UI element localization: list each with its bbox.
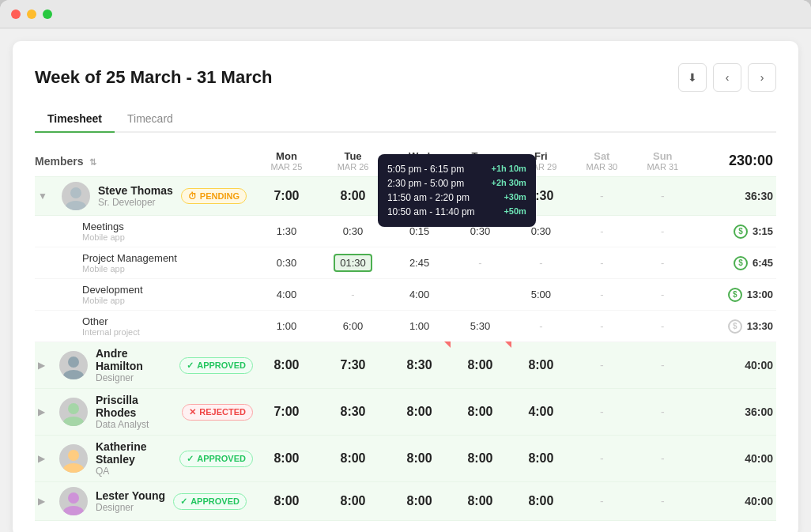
lester-tue28[interactable]: 8:00 bbox=[450, 482, 511, 521]
svg-point-2 bbox=[68, 357, 79, 368]
andre-wed[interactable]: 8:30 bbox=[389, 342, 450, 389]
member-role-steve: Sr. Developer bbox=[98, 197, 173, 208]
table-body: ▼ Steve Thomas Sr. Developer ⏱ PENDING bbox=[35, 177, 776, 521]
status-badge-priscilla: ✕ REJECTED bbox=[182, 404, 253, 421]
katherine-wed[interactable]: 8:00 bbox=[389, 436, 450, 482]
pm-fri[interactable]: - bbox=[511, 247, 571, 279]
member-role-priscilla: Data Analyst bbox=[96, 419, 174, 430]
status-badge-andre: ✓ APPROVED bbox=[179, 357, 253, 374]
member-text-andre: Andre Hamilton Designer bbox=[96, 347, 172, 383]
timesheet-table: Members ⇅ Mon MAR 25 Tue MAR 26 Wed MAR … bbox=[35, 145, 776, 521]
member-row-katherine: ▶ Katherine Stanley QA ✓ APPROVED bbox=[35, 436, 776, 482]
katherine-sat[interactable]: - bbox=[571, 436, 632, 482]
meetings-sat[interactable]: - bbox=[571, 216, 632, 247]
member-cell-andre: ▶ Andre Hamilton Designer ✓ APPROVED bbox=[35, 342, 256, 389]
members-column-header: Members ⇅ bbox=[35, 145, 256, 177]
priscilla-tue26[interactable]: 8:30 bbox=[317, 389, 389, 436]
header-actions: ⬇ ‹ › bbox=[678, 63, 776, 92]
pm-mon[interactable]: 0:30 bbox=[256, 247, 317, 279]
katherine-sun[interactable]: - bbox=[632, 436, 693, 482]
pm-tue26-selected[interactable]: 01:30 bbox=[334, 254, 372, 272]
dev-sat[interactable]: - bbox=[571, 279, 632, 311]
meetings-mon[interactable]: 1:30 bbox=[256, 216, 317, 247]
katherine-tue28[interactable]: 8:00 bbox=[450, 436, 511, 482]
total-column-header: 230:00 bbox=[693, 145, 776, 177]
dev-tue26[interactable]: - bbox=[317, 279, 389, 311]
katherine-tue26[interactable]: 8:00 bbox=[317, 436, 389, 482]
status-badge-steve: ⏱ PENDING bbox=[181, 188, 247, 204]
prev-week-button[interactable]: ‹ bbox=[713, 63, 741, 92]
member-row-lester: ▶ Lester Young Designer ✓ APPROVED bbox=[35, 482, 776, 521]
priscilla-sat[interactable]: - bbox=[571, 389, 632, 436]
tab-timesheet[interactable]: Timesheet bbox=[35, 106, 115, 133]
member-row-priscilla: ▶ Priscilla Rhodes Data Analyst ✕ REJECT… bbox=[35, 389, 776, 436]
pm-sun[interactable]: - bbox=[632, 247, 693, 279]
member-name-andre: Andre Hamilton bbox=[96, 347, 172, 372]
pm-wed[interactable]: 2:45 5:05 pm - 6:15 pm +1h 10m 2:30 bbox=[389, 247, 450, 279]
other-fri[interactable]: - bbox=[511, 311, 571, 342]
expand-lester-button[interactable]: ▶ bbox=[38, 496, 45, 507]
task-row-other: Other Internal project 1:00 6:00 1:00 5:… bbox=[35, 311, 776, 342]
dev-fri[interactable]: 5:00 bbox=[511, 279, 571, 311]
other-wed[interactable]: 1:00 bbox=[389, 311, 450, 342]
flag-andre-tue28 bbox=[505, 341, 511, 348]
steve-sun[interactable]: - bbox=[632, 177, 693, 216]
dev-tue28[interactable] bbox=[450, 279, 511, 311]
other-tue28[interactable]: 5:30 bbox=[450, 311, 511, 342]
andre-sat[interactable]: - bbox=[571, 342, 632, 389]
fullscreen-button[interactable] bbox=[43, 9, 52, 19]
lester-tue26[interactable]: 8:00 bbox=[317, 482, 389, 521]
lester-wed[interactable]: 8:00 bbox=[389, 482, 450, 521]
dev-wed[interactable]: 4:00 bbox=[389, 279, 450, 311]
andre-mon[interactable]: 8:00 bbox=[256, 342, 317, 389]
tab-timecard[interactable]: Timecard bbox=[115, 106, 186, 133]
tooltip-row-1: 5:05 pm - 6:15 pm +1h 10m bbox=[387, 162, 526, 176]
task-name-project-mgmt: Project Management Mobile app bbox=[35, 247, 256, 279]
priscilla-sun[interactable]: - bbox=[632, 389, 693, 436]
priscilla-tue28[interactable]: 8:00 bbox=[450, 389, 511, 436]
steve-sat[interactable]: - bbox=[571, 177, 632, 216]
pm-tue28[interactable]: - bbox=[450, 247, 511, 279]
svg-point-8 bbox=[68, 492, 79, 504]
close-button[interactable] bbox=[11, 9, 21, 19]
pm-circle-icon: $ bbox=[734, 256, 748, 270]
katherine-mon[interactable]: 8:00 bbox=[256, 436, 317, 482]
katherine-fri[interactable]: 8:00 bbox=[511, 436, 571, 482]
other-sat[interactable]: - bbox=[571, 311, 632, 342]
expand-katherine-button[interactable]: ▶ bbox=[38, 453, 45, 464]
other-tue26[interactable]: 6:00 bbox=[317, 311, 389, 342]
lester-mon[interactable]: 8:00 bbox=[256, 482, 317, 521]
expand-steve-button[interactable]: ▼ bbox=[38, 191, 47, 202]
lester-fri[interactable]: 8:00 bbox=[511, 482, 571, 521]
pm-sat[interactable]: - bbox=[571, 247, 632, 279]
next-week-button[interactable]: › bbox=[748, 63, 776, 92]
other-mon[interactable]: 1:00 bbox=[256, 311, 317, 342]
dev-mon[interactable]: 4:00 bbox=[256, 279, 317, 311]
expand-andre-button[interactable]: ▶ bbox=[38, 360, 45, 371]
lester-sat[interactable]: - bbox=[571, 482, 632, 521]
lester-total: 40:00 bbox=[693, 482, 776, 521]
meetings-sun[interactable]: - bbox=[632, 216, 693, 247]
avatar-priscilla bbox=[59, 398, 88, 426]
dev-sun[interactable]: - bbox=[632, 279, 693, 311]
andre-fri[interactable]: 8:00 bbox=[511, 342, 571, 389]
member-name-lester: Lester Young bbox=[96, 489, 165, 502]
member-text-steve: Steve Thomas Sr. Developer bbox=[98, 184, 173, 208]
download-button[interactable]: ⬇ bbox=[678, 63, 707, 92]
lester-sun[interactable]: - bbox=[632, 482, 693, 521]
katherine-total: 40:00 bbox=[693, 436, 776, 482]
other-sun[interactable]: - bbox=[632, 311, 693, 342]
expand-priscilla-button[interactable]: ▶ bbox=[38, 406, 45, 417]
meetings-total: $ 3:15 bbox=[693, 216, 776, 247]
steve-mon[interactable]: 7:00 bbox=[256, 177, 317, 216]
andre-sun[interactable]: - bbox=[632, 342, 693, 389]
priscilla-fri[interactable]: 4:00 bbox=[511, 389, 571, 436]
andre-tue28[interactable]: 8:00 bbox=[450, 342, 511, 389]
minimize-button[interactable] bbox=[27, 9, 36, 19]
svg-point-0 bbox=[70, 187, 81, 198]
sort-icon[interactable]: ⇅ bbox=[89, 157, 96, 167]
andre-tue26[interactable]: 7:30 bbox=[317, 342, 389, 389]
priscilla-mon[interactable]: 7:00 bbox=[256, 389, 317, 436]
pm-tue26[interactable]: 01:30 bbox=[317, 247, 389, 279]
priscilla-wed[interactable]: 8:00 bbox=[389, 389, 450, 436]
